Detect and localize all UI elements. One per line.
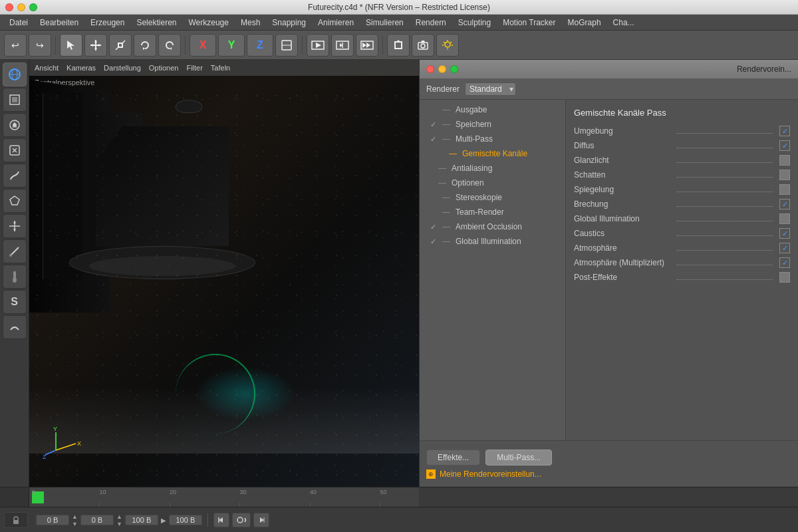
light-button[interactable] xyxy=(436,34,459,57)
redo-button[interactable]: ↪ xyxy=(29,34,51,57)
go-to-start-button[interactable] xyxy=(213,513,229,527)
sidebar-move-icon[interactable] xyxy=(3,214,27,238)
check-caustics[interactable] xyxy=(779,228,790,239)
playback-controls xyxy=(213,513,269,527)
check-schatten[interactable] xyxy=(779,170,790,180)
menu-sculpting[interactable]: Sculpting xyxy=(453,17,496,29)
viewport-filter[interactable]: Filter xyxy=(186,64,202,72)
check-glanzlicht[interactable] xyxy=(779,155,790,166)
sidebar-paint-icon[interactable] xyxy=(3,113,27,137)
render-list-multipass[interactable]: ✓ — Multi-Pass xyxy=(420,132,565,146)
render-list-optionen[interactable]: — Optionen xyxy=(420,176,565,190)
svg-marker-10 xyxy=(143,47,145,50)
svg-marker-64 xyxy=(260,517,264,523)
svg-rect-22 xyxy=(395,42,402,49)
check-brechung[interactable] xyxy=(779,199,790,209)
render-list-stereoskopie[interactable]: — Stereoskopie xyxy=(420,190,565,205)
maximize-button[interactable] xyxy=(29,3,37,11)
svg-line-31 xyxy=(450,42,452,43)
sidebar-twist-icon[interactable] xyxy=(3,315,27,339)
sidebar-sculpt-icon[interactable] xyxy=(3,138,27,162)
field-0b-right[interactable]: 0 B xyxy=(80,515,114,525)
svg-marker-4 xyxy=(94,48,97,51)
svg-marker-49 xyxy=(13,229,16,231)
menu-snapping[interactable]: Snapping xyxy=(267,17,311,29)
z-axis-button[interactable]: Z xyxy=(247,34,273,57)
render-list-ambient[interactable]: ✓ — Ambient Occlusion xyxy=(420,219,565,234)
sidebar-spline-icon[interactable] xyxy=(3,164,27,188)
sidebar-polygon-icon[interactable] xyxy=(3,189,27,213)
undo-button[interactable]: ↩ xyxy=(4,34,27,57)
world-axis-button[interactable] xyxy=(275,34,298,57)
menu-werkzeuge[interactable]: Werkzeuge xyxy=(183,17,233,29)
menu-simulieren[interactable]: Simulieren xyxy=(360,17,409,29)
check-atmosphaere[interactable] xyxy=(779,243,790,253)
check-umgebung[interactable] xyxy=(779,126,790,136)
check-atmosphaere-multi[interactable] xyxy=(779,257,790,268)
move-tool-button[interactable] xyxy=(84,34,107,57)
menu-rendern[interactable]: Rendern xyxy=(410,17,452,29)
settings-title: Gemischte Kanäle Pass xyxy=(574,108,790,118)
viewport[interactable]: Ansicht Kameras Darstellung Optionen Fil… xyxy=(29,60,419,487)
menu-animieren[interactable]: Animieren xyxy=(313,17,359,29)
check-spiegelung[interactable] xyxy=(779,184,790,195)
scale-tool-button[interactable] xyxy=(109,34,132,57)
viewport-darstellung[interactable]: Darstellung xyxy=(104,64,141,72)
multipass-button[interactable]: Multi-Pass... xyxy=(485,450,552,466)
object-button[interactable] xyxy=(387,34,410,57)
viewport-optionen[interactable]: Optionen xyxy=(149,64,179,72)
rotate2-tool-button[interactable] xyxy=(158,34,181,57)
effekte-button[interactable]: Effekte... xyxy=(426,450,480,466)
menu-erzeugen[interactable]: Erzeugen xyxy=(85,17,130,29)
field-spinner-2[interactable]: ▲ ▼ xyxy=(116,513,122,527)
sidebar-knife-icon[interactable] xyxy=(3,239,27,263)
menu-cha[interactable]: Cha... xyxy=(608,17,640,29)
step-back-button[interactable] xyxy=(253,513,269,527)
viewport-ansicht[interactable]: Ansicht xyxy=(35,64,59,72)
panel-maximize-button[interactable] xyxy=(450,65,458,73)
check-global-illumination[interactable] xyxy=(779,213,790,224)
sidebar-brush-icon[interactable] xyxy=(3,265,27,289)
minimize-button[interactable] xyxy=(17,3,25,11)
menu-mograph[interactable]: MoGraph xyxy=(563,17,606,29)
menu-mesh[interactable]: Mesh xyxy=(235,17,265,29)
renderer-select-wrap[interactable]: Standard xyxy=(465,82,516,96)
field-spinner-1[interactable]: ▲ ▼ xyxy=(72,513,78,527)
sidebar-s-icon[interactable]: S xyxy=(3,290,27,314)
render-frame-button[interactable] xyxy=(331,34,354,57)
timeline-area[interactable]: 0 10 20 30 40 50 xyxy=(29,487,419,507)
sidebar-object-icon[interactable] xyxy=(3,63,27,86)
menu-bearbeiten[interactable]: Bearbeiten xyxy=(35,17,84,29)
viewport-kameras[interactable]: Kameras xyxy=(66,64,96,72)
render-list-team-render[interactable]: — Team-Render xyxy=(420,205,565,219)
select-tool-button[interactable] xyxy=(60,34,82,57)
menu-datei[interactable]: Datei xyxy=(4,17,33,29)
camera-button[interactable] xyxy=(412,34,434,57)
menu-motion-tracker[interactable]: Motion Tracker xyxy=(497,17,561,29)
render-region-button[interactable] xyxy=(307,34,329,57)
check-diffus[interactable] xyxy=(779,140,790,151)
field-0b-left[interactable]: 0 B xyxy=(36,515,69,525)
render-list-gi[interactable]: ✓ — Global Illumination xyxy=(420,234,565,249)
lock-icon[interactable] xyxy=(4,512,28,528)
field-100b-left[interactable]: 100 B xyxy=(125,515,158,525)
render-all-button[interactable] xyxy=(356,34,378,57)
panel-minimize-button[interactable] xyxy=(438,65,446,73)
check-post-effekte[interactable] xyxy=(779,272,790,283)
x-axis-button[interactable]: X xyxy=(190,34,216,57)
sidebar-select-icon[interactable] xyxy=(3,88,27,112)
viewport-tafeln[interactable]: Tafeln xyxy=(211,64,230,72)
renderer-select[interactable]: Standard xyxy=(465,82,516,96)
y-axis-button[interactable]: Y xyxy=(218,34,245,57)
render-list-gemischte[interactable]: — Gemischte Kanäle xyxy=(420,146,565,161)
render-list-ausgabe[interactable]: — Ausgabe xyxy=(420,102,565,117)
panel-close-button[interactable] xyxy=(426,65,434,73)
render-list-antialiasing[interactable]: — Antialiasing xyxy=(420,161,565,176)
svg-rect-52 xyxy=(13,271,16,278)
field-100b-right[interactable]: 100 B xyxy=(169,515,202,525)
render-list-speichern[interactable]: ✓ — Speichern xyxy=(420,117,565,132)
menu-selektieren[interactable]: Selektieren xyxy=(131,17,182,29)
rotate-tool-button[interactable] xyxy=(134,34,156,57)
play-button[interactable] xyxy=(232,513,251,527)
close-button[interactable] xyxy=(5,3,13,11)
